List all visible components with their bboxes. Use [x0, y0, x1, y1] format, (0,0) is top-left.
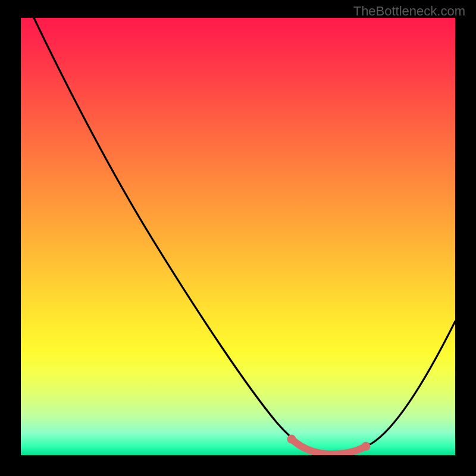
watermark-text: TheBottleneck.com — [353, 4, 465, 19]
bottleneck-curve-line — [34, 18, 455, 453]
curve-svg — [21, 18, 455, 455]
highlight-dot-left — [287, 435, 296, 444]
plot-area — [21, 18, 455, 455]
highlight-segment — [292, 439, 366, 454]
highlight-dot-right — [362, 442, 371, 451]
chart-container: TheBottleneck.com — [0, 0, 476, 476]
